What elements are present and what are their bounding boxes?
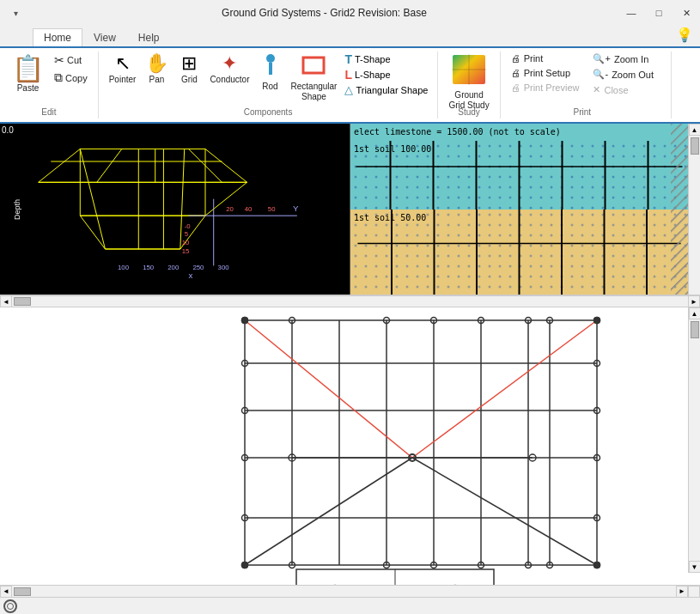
svg-text:200: 200 [167,264,180,271]
print-label: Print [497,107,667,117]
window-controls[interactable]: — □ ✕ [618,0,700,26]
top-panels-scrollbar[interactable]: ▲ [688,124,700,295]
t-shape-button[interactable]: T T-Shape [342,52,430,67]
scroll-thumb-h[interactable] [14,297,31,306]
ribbon-tab-bar: Home View Help 💡 [0,26,700,46]
cut-copy-stack: ✂ Cut ⧉ Copy [51,52,91,99]
print-button[interactable]: 🖨 Print [508,52,583,65]
svg-line-19 [97,149,122,182]
tri-shape-icon: △ [344,83,353,96]
zoom-out-button[interactable]: 🔍- Zoom Out [589,67,657,82]
svg-text:250: 250 [192,264,204,271]
paste-icon: 📋 [12,53,44,83]
tri-shape-button[interactable]: △ Triangular Shape [342,82,430,97]
ribbon-group-edit: 📋 Paste ✂ Cut ⧉ Copy Edit [0,52,99,119]
close-button[interactable]: ✕ Close [589,82,657,97]
zoom-out-icon: 🔍- [593,69,608,80]
study-label: Study [438,107,499,117]
quick-access-dropdown[interactable]: ▾ [14,9,18,18]
main-content: 0.0 Depth [0,124,700,614]
svg-text:5: 5 [185,230,188,238]
svg-line-74 [412,320,597,458]
svg-text:20: 20 [226,205,234,213]
svg-point-80 [593,317,600,324]
ribbon-group-study: Ground Grid Study Study [438,52,500,119]
svg-text:100: 100 [118,264,130,271]
scroll-thumb-right[interactable] [691,321,699,338]
edit-label: Edit [0,107,98,117]
svg-text:40: 40 [245,205,253,213]
svg-point-81 [241,562,248,568]
shape-buttons: T T-Shape L L-Shape △ Triangular Shape [342,52,430,109]
hint-icon[interactable]: 💡 [669,23,700,46]
scroll-left-arrow[interactable]: ◄ [0,295,12,307]
ribbon-group-components: ↖ Pointer ✋ Pan ⊞ Grid ✦ Conductor [99,52,439,119]
bottom-scrollbar[interactable]: ◄ ► [0,585,700,597]
scroll-up-arrow[interactable]: ▲ [689,124,701,136]
title-bar: ▾ Ground Grid Systems - Grid2 Revision: … [0,0,700,26]
soil-layer-sand: 1st soil 50.00 [350,210,688,295]
status-bar [0,597,700,614]
svg-text:Y: Y [293,204,299,213]
pan-icon: ✋ [145,54,168,73]
scroll-left-arrow2[interactable]: ◄ [0,586,12,598]
l-shape-button[interactable]: L L-Shape [342,67,430,82]
right-scrollbar[interactable]: ▲ ▼ [688,307,700,573]
pan-button[interactable]: ✋ Pan [141,52,172,88]
zoom-in-button[interactable]: 🔍+ Zoom In [589,52,657,66]
pointer-button[interactable]: ↖ Pointer [106,52,140,88]
minimize-button[interactable]: — [618,0,645,26]
svg-text:300: 300 [218,264,230,271]
scroll-bottom-arrow[interactable]: ▼ [689,561,701,573]
pointer-icon: ↖ [115,54,131,73]
scroll-right-arrow2[interactable]: ► [676,586,688,598]
svg-rect-60 [245,320,597,565]
h-scrollbar-top[interactable]: ◄ ► [0,295,700,307]
svg-text:50: 50 [268,205,276,213]
rect-shape-button[interactable]: Rectangular Shape [288,52,341,105]
rod-button[interactable]: Rod [255,52,286,94]
drawing-area[interactable]: ▲ ▼ [0,307,700,585]
maximize-button[interactable]: □ [645,0,673,26]
ribbon: 📋 Paste ✂ Cut ⧉ Copy Edit ↖ Point [0,46,700,124]
svg-point-82 [593,562,600,568]
print-setup-button[interactable]: 🖨 Print Setup [508,66,583,80]
svg-point-79 [241,317,248,324]
print-preview-button[interactable]: 🖨 Print Preview [508,81,583,94]
t-shape-icon: T [344,52,352,66]
tab-view[interactable]: View [82,28,127,46]
close-button[interactable]: ✕ [673,0,700,26]
soil-hatch [671,124,688,295]
tab-home[interactable]: Home [33,28,82,46]
copy-icon: ⧉ [54,70,63,85]
scroll-thumb-bottom[interactable] [14,587,31,596]
scroll-thumb-v[interactable] [691,137,699,155]
zoom-in-icon: 🔍+ [593,53,610,64]
svg-point-0 [266,54,275,63]
close-x-icon: ✕ [593,84,600,95]
svg-text:-0: -0 [185,222,192,230]
scroll-right-arrow[interactable]: ► [688,295,700,307]
grid-button[interactable]: ⊞ Grid [173,52,204,88]
panel-3d-label: 0.0 [2,125,14,135]
svg-marker-6 [39,149,247,182]
soil-layer-cyan: 1st soil 100.00 [350,141,688,210]
conductor-icon: ✦ [222,54,237,73]
svg-rect-1 [269,63,272,75]
tab-help[interactable]: Help [127,28,171,46]
conductor-button[interactable]: ✦ Conductor [206,52,253,88]
ground-grid-study-button[interactable]: Ground Grid Study [445,52,492,113]
print-right-col: 🔍+ Zoom In 🔍- Zoom Out ✕ Close [589,52,657,109]
paste-button[interactable]: 📋 Paste [7,52,49,105]
soil-header-text: elect limestone = 1500.00 (not to scale) [354,127,561,137]
status-circle [3,599,17,613]
copy-button[interactable]: ⧉ Copy [51,69,91,87]
scroll-top-arrow[interactable]: ▲ [689,307,701,319]
ribbon-group-print: 🖨 Print 🖨 Print Setup 🖨 Print Preview 🔍+… [501,52,672,119]
panel-soil: elect limestone = 1500.00 (not to scale)… [350,124,688,295]
printer-icon: 🖨 [511,53,520,64]
ground-grid-study-icon [452,54,486,88]
print-setup-icon: 🖨 [511,68,520,78]
cut-button[interactable]: ✂ Cut [51,52,91,69]
cut-icon: ✂ [54,53,64,67]
